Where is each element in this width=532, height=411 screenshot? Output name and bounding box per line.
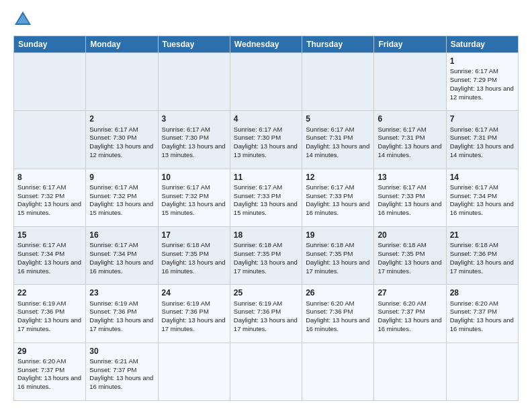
calendar-cell: 13Sunrise: 6:17 AMSunset: 7:33 PMDayligh… — [374, 169, 446, 226]
logo — [13, 10, 35, 29]
calendar-cell: 21Sunrise: 6:18 AMSunset: 7:36 PMDayligh… — [446, 226, 518, 284]
calendar-cell-empty — [302, 342, 374, 400]
calendar-week-row: 8Sunrise: 6:17 AMSunset: 7:32 PMDaylight… — [14, 169, 519, 226]
calendar-cell-empty — [374, 53, 446, 111]
calendar-cell: 30Sunrise: 6:21 AMSunset: 7:37 PMDayligh… — [86, 342, 158, 400]
calendar-cell: 14Sunrise: 6:17 AMSunset: 7:34 PMDayligh… — [446, 169, 518, 226]
calendar-day-header: Wednesday — [230, 36, 302, 53]
calendar-cell: 27Sunrise: 6:20 AMSunset: 7:37 PMDayligh… — [374, 285, 446, 342]
calendar-day-header: Thursday — [302, 36, 374, 53]
calendar-cell: 28Sunrise: 6:20 AMSunset: 7:37 PMDayligh… — [446, 285, 518, 342]
calendar-cell: 22Sunrise: 6:19 AMSunset: 7:36 PMDayligh… — [14, 285, 86, 342]
calendar-cell: 7Sunrise: 6:17 AMSunset: 7:31 PMDaylight… — [446, 111, 518, 169]
calendar-week-row: 29Sunrise: 6:20 AMSunset: 7:37 PMDayligh… — [14, 342, 519, 400]
calendar-week-row: 22Sunrise: 6:19 AMSunset: 7:36 PMDayligh… — [14, 285, 519, 342]
calendar-day-header: Monday — [86, 36, 158, 53]
calendar-cell: 4Sunrise: 6:17 AMSunset: 7:30 PMDaylight… — [230, 111, 302, 169]
logo-icon — [13, 10, 32, 29]
calendar-cell-empty — [230, 53, 302, 111]
calendar-cell: 24Sunrise: 6:19 AMSunset: 7:36 PMDayligh… — [158, 285, 230, 342]
calendar-cell: 19Sunrise: 6:18 AMSunset: 7:35 PMDayligh… — [302, 226, 374, 284]
calendar-week-row: 2Sunrise: 6:17 AMSunset: 7:30 PMDaylight… — [14, 111, 519, 169]
calendar-cell: 29Sunrise: 6:20 AMSunset: 7:37 PMDayligh… — [14, 342, 86, 400]
calendar-cell: 23Sunrise: 6:19 AMSunset: 7:36 PMDayligh… — [86, 285, 158, 342]
calendar-cell-empty — [374, 342, 446, 400]
calendar-cell: 2Sunrise: 6:17 AMSunset: 7:30 PMDaylight… — [86, 111, 158, 169]
calendar-week-row: 15Sunrise: 6:17 AMSunset: 7:34 PMDayligh… — [14, 226, 519, 284]
calendar-day-header: Saturday — [446, 36, 518, 53]
calendar-cell: 5Sunrise: 6:17 AMSunset: 7:31 PMDaylight… — [302, 111, 374, 169]
calendar-cell: 15Sunrise: 6:17 AMSunset: 7:34 PMDayligh… — [14, 226, 86, 284]
calendar-cell: 17Sunrise: 6:18 AMSunset: 7:35 PMDayligh… — [158, 226, 230, 284]
calendar-day-header: Friday — [374, 36, 446, 53]
page: SundayMondayTuesdayWednesdayThursdayFrid… — [0, 0, 532, 411]
calendar-cell-empty — [14, 53, 86, 111]
calendar-header-row: SundayMondayTuesdayWednesdayThursdayFrid… — [14, 36, 519, 53]
calendar-cell: 25Sunrise: 6:19 AMSunset: 7:36 PMDayligh… — [230, 285, 302, 342]
calendar-table: SundayMondayTuesdayWednesdayThursdayFrid… — [13, 36, 519, 401]
calendar-cell: 6Sunrise: 6:17 AMSunset: 7:31 PMDaylight… — [374, 111, 446, 169]
calendar-cell: 16Sunrise: 6:17 AMSunset: 7:34 PMDayligh… — [86, 226, 158, 284]
calendar-cell: 26Sunrise: 6:20 AMSunset: 7:36 PMDayligh… — [302, 285, 374, 342]
calendar-cell: 9Sunrise: 6:17 AMSunset: 7:32 PMDaylight… — [86, 169, 158, 226]
calendar-cell: 20Sunrise: 6:18 AMSunset: 7:35 PMDayligh… — [374, 226, 446, 284]
calendar-day-header: Tuesday — [158, 36, 230, 53]
calendar-cell-empty — [86, 53, 158, 111]
calendar-day-header: Sunday — [14, 36, 86, 53]
calendar-cell: 18Sunrise: 6:18 AMSunset: 7:35 PMDayligh… — [230, 226, 302, 284]
calendar-cell: 11Sunrise: 6:17 AMSunset: 7:33 PMDayligh… — [230, 169, 302, 226]
calendar-cell-empty — [230, 342, 302, 400]
calendar-cell: 1Sunrise: 6:17 AMSunset: 7:29 PMDaylight… — [446, 53, 518, 111]
calendar-cell-empty — [158, 342, 230, 400]
calendar-cell-empty — [446, 342, 518, 400]
calendar-cell-empty — [302, 53, 374, 111]
calendar-cell-empty — [14, 111, 86, 169]
calendar-cell: 12Sunrise: 6:17 AMSunset: 7:33 PMDayligh… — [302, 169, 374, 226]
calendar-cell: 3Sunrise: 6:17 AMSunset: 7:30 PMDaylight… — [158, 111, 230, 169]
calendar-cell: 10Sunrise: 6:17 AMSunset: 7:32 PMDayligh… — [158, 169, 230, 226]
calendar-cell-empty — [158, 53, 230, 111]
calendar-cell: 8Sunrise: 6:17 AMSunset: 7:32 PMDaylight… — [14, 169, 86, 226]
header — [13, 10, 519, 29]
calendar-week-row: 1Sunrise: 6:17 AMSunset: 7:29 PMDaylight… — [14, 53, 519, 111]
